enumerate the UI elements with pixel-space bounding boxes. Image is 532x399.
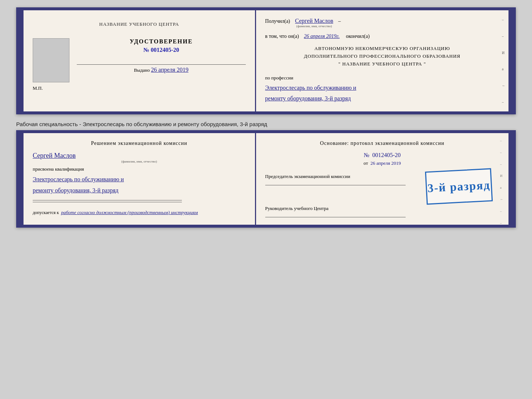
top-cert-right-page: Получил(а) Сергей Маслов (фамилия, имя, … <box>256 10 508 111</box>
qualification-block: Электрослесарь по обслуживанию и ремонту… <box>33 174 246 196</box>
ot-date-line: от 26 апреля 2019 <box>265 160 499 166</box>
resheniem-header: Решением экзаменационной комиссии <box>33 140 246 146</box>
edge-b8: – <box>500 221 503 225</box>
bottom-cert-left-page: Решением экзаменационной комиссии Сергей… <box>24 133 256 225</box>
edge-char-4: а <box>502 67 506 71</box>
fio-label-top: (фамилия, имя, отчество) <box>295 24 333 28</box>
vtom-date: 26 апреля 2019г. <box>304 33 339 39</box>
org-line3: " НАЗВАНИЕ УЧЕБНОГО ЦЕНТРА " <box>265 60 499 68</box>
stamp-box: 3-й разряд <box>425 168 493 204</box>
photo-placeholder <box>33 38 69 82</box>
rukovoditel-block: Руководитель учебного Центра <box>265 206 499 217</box>
okonchil-label: окончил(а) <box>346 33 370 39</box>
protocol-prefix: № <box>364 152 369 158</box>
cert-center-content: УДОСТОВЕРЕНИЕ № 0012405-20 Выдано 26 апр… <box>77 38 246 73</box>
udostoverenie-label: УДОСТОВЕРЕНИЕ <box>77 38 246 45</box>
po-professii-line: по профессии <box>265 75 499 81</box>
bottom-cert-right-page: Основание: протокол экзаменационной коми… <box>256 133 508 225</box>
protocol-number-val: 0012405-20 <box>372 152 400 158</box>
profession-line2: ремонту оборудования, 3-й разряд <box>265 93 499 104</box>
top-cert-left-page: НАЗВАНИЕ УЧЕБНОГО ЦЕНТРА УДОСТОВЕРЕНИЕ №… <box>24 10 256 111</box>
edge-b2: – <box>500 150 503 154</box>
dopuskaetsya-label: допускается к <box>33 210 59 215</box>
top-certificate-book: НАЗВАНИЕ УЧЕБНОГО ЦЕНТРА УДОСТОВЕРЕНИЕ №… <box>16 7 516 114</box>
book-edge-right-bottom <box>508 133 513 225</box>
book-spine-left <box>19 10 24 111</box>
edge-b5: а <box>500 186 503 189</box>
recipient-name: Сергей Маслов <box>295 18 333 24</box>
profession-block: Электрослесарь по обслуживанию и ремонту… <box>265 83 499 104</box>
org-line2: ДОПОЛНИТЕЛЬНОГО ПРОФЕССИОНАЛЬНОГО ОБРАЗО… <box>265 53 499 60</box>
stamp-text: 3-й разряд <box>427 178 491 195</box>
predsedatel-label: Председатель экзаменационной комиссии <box>265 174 394 179</box>
book-spine-bottom-left <box>19 133 24 225</box>
vydano-label: Выдано <box>134 67 150 73</box>
rukovoditel-label: Руководитель учебного Центра <box>265 206 499 211</box>
edge-b4: И <box>500 174 503 178</box>
qualification-line2: ремонту оборудования, 3-й разряд <box>33 185 246 196</box>
fio-label-bottom: (фамилия, имя, отчество) <box>33 160 246 163</box>
ot-date-val: 26 апреля 2019 <box>370 160 401 166</box>
poluchil-label: Получил(а) <box>265 18 290 24</box>
dash-top: – <box>338 18 341 24</box>
vydano-date: 26 апреля 2019 <box>151 67 188 73</box>
edge-char-2: – <box>502 34 506 38</box>
cert-number-value: 0012405-20 <box>151 47 179 53</box>
right-edge-decoration: – – И а ← – <box>502 18 506 104</box>
edge-b6: ← <box>500 197 503 201</box>
rukovoditel-signature-line <box>265 217 406 217</box>
edge-b1: – <box>500 139 503 142</box>
edge-char-3: И <box>502 51 506 55</box>
name-block: Сергей Маслов (фамилия, имя, отчество) <box>33 152 246 163</box>
edge-b7: – <box>500 209 503 213</box>
edge-char-6: – <box>502 100 506 104</box>
predsedatel-block: Председатель экзаменационной комиссии 3-… <box>265 174 499 185</box>
poluchil-line: Получил(а) Сергей Маслов (фамилия, имя, … <box>265 18 499 28</box>
right-edge-decoration-bottom: – – – И а ← – – <box>500 139 503 225</box>
bottom-certificate-book: Решением экзаменационной комиссии Сергей… <box>16 130 516 228</box>
prisvoena-label: присвоена квалификация <box>33 166 246 172</box>
number-prefix: № <box>143 47 149 53</box>
predsedatel-signature-line <box>265 185 406 185</box>
book-edge-right-top <box>508 10 513 111</box>
vydano-line: Выдано 26 апреля 2019 <box>77 64 246 73</box>
osnova-header: Основание: протокол экзаменационной коми… <box>265 140 499 146</box>
edge-char-5: ← <box>502 83 506 88</box>
training-center-header: НАЗВАНИЕ УЧЕБНОГО ЦЕНТРА <box>33 18 246 27</box>
cert-number: № 0012405-20 <box>77 47 246 53</box>
vtom-label: в том, что он(а) <box>265 33 299 39</box>
vtom-line: в том, что он(а) 26 апреля 2019г. окончи… <box>265 33 499 39</box>
org-block: АВТОНОМНУЮ НЕКОММЕРЧЕСКУЮ ОРГАНИЗАЦИЮ ДО… <box>265 45 499 68</box>
protocol-number: № 0012405-20 <box>265 152 499 158</box>
edge-char-1: – <box>502 18 506 22</box>
dopusk-text: работе согласно должностным (производств… <box>61 210 198 215</box>
qualification-line1: Электрослесарь по обслуживанию и <box>33 174 246 185</box>
between-label: Рабочая специальность - Электрослесарь п… <box>16 118 516 130</box>
cert-photo-area: УДОСТОВЕРЕНИЕ № 0012405-20 Выдано 26 апр… <box>33 38 246 82</box>
bottom-cert-name: Сергей Маслов <box>33 152 76 159</box>
mp-label: М.П. <box>33 85 246 91</box>
ot-label: от <box>364 160 368 166</box>
org-line1: АВТОНОМНУЮ НЕКОММЕРЧЕСКУЮ ОРГАНИЗАЦИЮ <box>265 45 499 53</box>
dopuskaetsya-block: допускается к работе согласно должностны… <box>33 210 246 215</box>
profession-line1: Электрослесарь по обслуживанию и <box>265 83 499 93</box>
edge-b3: – <box>500 162 503 166</box>
